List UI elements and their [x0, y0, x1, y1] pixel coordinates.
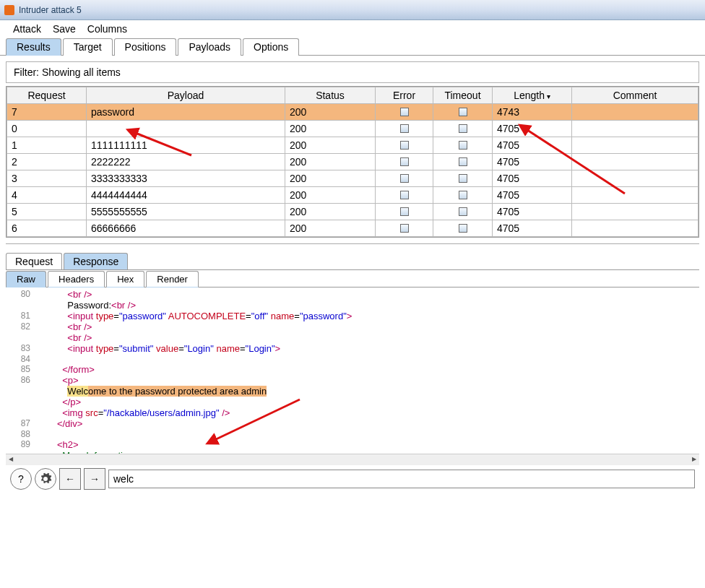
table-row[interactable]: 111111111112004705 [7, 137, 698, 154]
tab-response[interactable]: Response [64, 253, 128, 269]
tab-target[interactable]: Target [63, 38, 113, 56]
error-checkbox[interactable] [400, 207, 409, 216]
table-row[interactable]: 6666666662004705 [7, 220, 698, 237]
column-timeout[interactable]: Timeout [433, 87, 493, 104]
response-raw-view[interactable]: 80 <br /> Password:<br />81 <input type=… [6, 287, 699, 454]
menu-attack[interactable]: Attack [7, 22, 47, 36]
gear-icon[interactable] [35, 468, 56, 490]
table-row[interactable]: 444444444442004705 [7, 187, 698, 204]
timeout-checkbox[interactable] [459, 157, 467, 166]
menu-columns[interactable]: Columns [82, 22, 133, 36]
lower-pane: RequestResponse RawHeadersHexRender 80 <… [6, 243, 699, 493]
window-titlebar: Intruder attack 5 [0, 0, 705, 20]
table-row[interactable]: 555555555552004705 [7, 204, 698, 220]
menubar: Attack Save Columns [0, 20, 705, 38]
table-row[interactable]: 222222222004705 [7, 154, 698, 170]
search-bar: ? ← → [6, 465, 699, 493]
response-tab-headers[interactable]: Headers [48, 271, 105, 287]
filter-row[interactable]: Filter: Showing all items [6, 61, 699, 83]
response-tab-raw[interactable]: Raw [6, 271, 46, 287]
tab-positions[interactable]: Positions [114, 38, 177, 56]
response-view-tabs: RawHeadersHexRender [6, 270, 699, 287]
error-checkbox[interactable] [400, 191, 409, 199]
error-checkbox[interactable] [400, 224, 409, 233]
timeout-checkbox[interactable] [459, 124, 467, 133]
request-response-tabs: RequestResponse [6, 253, 699, 270]
response-tab-render[interactable]: Render [146, 271, 199, 287]
tab-payloads[interactable]: Payloads [178, 38, 241, 56]
tab-request[interactable]: Request [6, 253, 62, 269]
table-row[interactable]: 02004705 [7, 121, 698, 137]
response-tab-hex[interactable]: Hex [106, 271, 144, 287]
menu-save[interactable]: Save [47, 22, 82, 36]
timeout-checkbox[interactable] [459, 207, 467, 216]
error-checkbox[interactable] [400, 108, 409, 116]
tab-results[interactable]: Results [6, 38, 61, 56]
search-next-button[interactable]: → [84, 468, 105, 490]
error-checkbox[interactable] [400, 157, 409, 166]
horizontal-scrollbar[interactable] [6, 454, 699, 465]
search-prev-button[interactable]: ← [59, 468, 81, 490]
error-checkbox[interactable] [400, 124, 409, 133]
error-checkbox[interactable] [400, 174, 409, 183]
timeout-checkbox[interactable] [459, 191, 467, 199]
app-icon [4, 5, 14, 15]
column-payload[interactable]: Payload [87, 87, 285, 104]
timeout-checkbox[interactable] [459, 141, 467, 150]
window-title: Intruder attack 5 [19, 5, 82, 15]
timeout-checkbox[interactable] [459, 174, 467, 183]
tab-options[interactable]: Options [243, 38, 299, 56]
timeout-checkbox[interactable] [459, 108, 467, 116]
main-tabs: ResultsTargetPositionsPayloadsOptions [0, 38, 705, 56]
column-length[interactable]: Length [493, 87, 572, 104]
table-row[interactable]: 7password2004743 [7, 104, 698, 121]
column-comment[interactable]: Comment [572, 87, 698, 104]
help-icon[interactable]: ? [10, 468, 32, 490]
error-checkbox[interactable] [400, 141, 409, 150]
column-error[interactable]: Error [376, 87, 433, 104]
column-request[interactable]: Request [7, 87, 87, 104]
timeout-checkbox[interactable] [459, 224, 467, 233]
results-table: RequestPayloadStatusErrorTimeoutLengthCo… [6, 86, 699, 238]
search-input[interactable] [108, 470, 695, 488]
table-row[interactable]: 333333333332004705 [7, 170, 698, 187]
column-status[interactable]: Status [285, 87, 376, 104]
